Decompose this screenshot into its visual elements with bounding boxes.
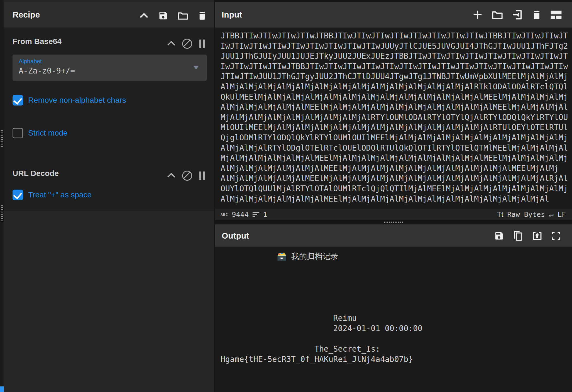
clear-recipe-trash-icon[interactable] [198,11,207,21]
save-output-icon[interactable] [494,231,504,241]
operation-from-base64[interactable]: From Base64 Alphabet A-Za-z0-9+/= Remove… [4,28,214,163]
recipe-list: From Base64 Alphabet A-Za-z0-9+/= Remove… [4,28,214,211]
recipe-drop-zone[interactable] [4,211,214,392]
treat-plus-as-space-option[interactable]: Treat "+" as space [13,190,92,200]
open-file-folder-icon[interactable] [492,10,503,19]
output-panel-title: Output [222,231,249,241]
move-output-to-input-icon[interactable] [532,231,542,241]
input-tab-layout-icon[interactable] [550,10,562,19]
recipe-panel: Recipe From Base64 [4,0,214,392]
load-recipe-folder-icon[interactable] [178,11,188,20]
remove-non-alphabet-chars-option[interactable]: Remove non-alphabet chars [13,95,126,106]
character-encoding-value[interactable]: Raw Bytes [507,210,545,219]
checkbox-unchecked-icon[interactable] [13,128,23,138]
collapse-operation-icon[interactable] [168,173,175,178]
collapse-operation-icon[interactable] [168,41,175,46]
checkbox-label: Treat "+" as space [28,190,92,199]
output-header: Output [215,224,572,247]
input-output-splitter[interactable] [215,220,572,224]
character-count: 9444 [232,210,248,219]
input-status-bar: ABC 9444 1 Tt Raw Bytes ↵ LF [215,208,572,220]
operations-panel-edge[interactable] [0,0,4,392]
input-panel-title: Input [222,10,242,19]
alphabet-value: A-Za-z0-9+/= [19,66,75,75]
breakpoint-pause-icon[interactable] [199,40,206,48]
chevron-down-icon [194,66,199,69]
panel-drag-handle[interactable] [1,130,3,148]
output-text[interactable]: 🗃️ 我的归档记录 Reimu 2024-01-01 00:00:00 The_… [215,247,572,364]
operation-url-decode[interactable]: URL Decode Treat "+" as space [4,163,214,212]
disable-operation-icon[interactable] [182,39,192,49]
splitter-drag-dots[interactable] [384,222,403,223]
output-viewer[interactable]: 🗃️ 我的归档记录 Reimu 2024-01-01 00:00:00 The_… [215,247,572,392]
collapse-recipe-icon[interactable] [139,12,149,19]
character-encoding-icon[interactable]: Tt [497,210,503,219]
panel-drag-handle[interactable] [1,205,3,221]
input-editor[interactable]: JTBBJTIwJTIwJTIwJTIwJTBBJTIwJTIwJTIwJTIw… [215,28,572,208]
eol-value[interactable]: LF [558,210,566,219]
clear-input-trash-icon[interactable] [532,9,541,20]
alphabet-select[interactable]: Alphabet A-Za-z0-9+/= [13,55,207,81]
checkbox-checked-icon[interactable] [13,190,23,200]
line-count: 1 [263,210,267,219]
cyberchef-app: Recipe From Base64 [0,0,572,392]
character-count-icon: ABC [221,212,228,217]
save-recipe-icon[interactable] [158,11,168,21]
open-folder-as-input-icon[interactable] [512,10,523,20]
copy-output-icon[interactable] [513,231,523,241]
operation-title: URL Decode [13,169,59,178]
recipe-panel-title: Recipe [13,10,40,19]
input-header: Input [215,2,572,28]
add-input-tab-icon[interactable] [472,9,483,20]
disable-operation-icon[interactable] [182,171,192,181]
favourites-drop-zone[interactable] [0,386,4,392]
eol-return-icon[interactable]: ↵ [549,210,554,219]
strict-mode-option[interactable]: Strict mode [13,128,68,138]
recipe-header: Recipe [4,2,214,28]
checkbox-label: Remove non-alphabet chars [28,96,126,105]
checkbox-label: Strict mode [28,129,68,138]
checkbox-checked-icon[interactable] [13,95,23,106]
input-text[interactable]: JTBBJTIwJTIwJTIwJTIwJTBBJTIwJTIwJTIwJTIw… [215,28,572,204]
maximize-output-icon[interactable] [551,231,561,241]
line-count-icon [253,212,259,217]
breakpoint-pause-icon[interactable] [199,171,206,180]
alphabet-label: Alphabet [19,58,42,65]
operation-title: From Base64 [13,37,62,46]
